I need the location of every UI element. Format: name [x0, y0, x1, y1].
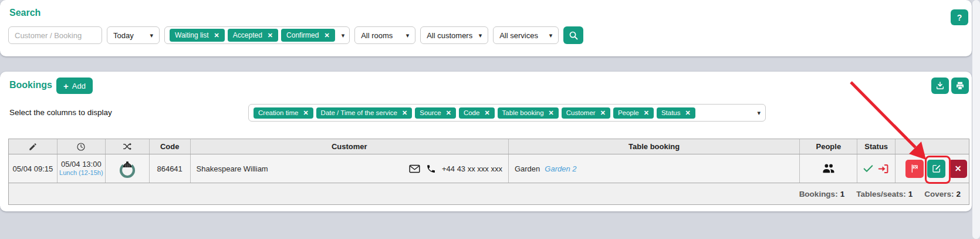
edit-icon — [932, 164, 941, 173]
search-button[interactable] — [563, 26, 583, 44]
edit-booking-button[interactable] — [927, 160, 945, 178]
header-service-time[interactable] — [58, 139, 106, 154]
header-source[interactable] — [106, 139, 150, 154]
download-button[interactable] — [931, 78, 949, 94]
bookings-table: Code Customer Table booking People Statu… — [8, 139, 969, 205]
people-icon — [822, 163, 835, 174]
cancel-booking-button[interactable]: ✕ — [949, 160, 967, 178]
status-filter-tagbox[interactable]: Waiting list ✕ Accepted ✕ Confirmed ✕ ▾ — [164, 26, 350, 44]
date-filter-dropdown[interactable]: Today ▾ — [107, 26, 160, 44]
no-show-button[interactable] — [905, 160, 924, 178]
search-title: Search — [9, 8, 40, 18]
close-icon: ✕ — [955, 164, 962, 173]
chevron-down-icon: ▾ — [406, 32, 410, 39]
question-mark-icon: ? — [957, 13, 962, 22]
table-name-link[interactable]: Garden 2 — [545, 164, 576, 173]
booking-row[interactable]: 05/04 09:15 05/04 13:00 Lunch (12-15h) 8… — [9, 154, 969, 183]
cell-actions: ✕ — [895, 154, 969, 183]
chevron-down-icon: ▾ — [479, 32, 482, 39]
customer-booking-search-input[interactable] — [8, 26, 102, 44]
pencil-icon — [28, 142, 38, 152]
column-tag-source[interactable]: Source ✕ — [415, 107, 456, 119]
customers-filter-dropdown[interactable]: All customers ▾ — [420, 26, 488, 44]
close-icon[interactable]: ✕ — [214, 32, 219, 39]
search-panel: Search Today ▾ Waiting list ✕ Accepted ✕… — [0, 0, 972, 56]
close-icon[interactable]: ✕ — [600, 109, 606, 117]
column-tag-date-time-service[interactable]: Date / Time of the service ✕ — [316, 107, 413, 119]
column-tag-customer[interactable]: Customer ✕ — [562, 107, 610, 119]
cell-table-booking: Garden Garden 2 — [509, 154, 800, 183]
column-tag-status[interactable]: Status ✕ — [657, 107, 695, 119]
header-table-booking[interactable]: Table booking — [509, 139, 800, 154]
header-code[interactable]: Code — [150, 139, 191, 154]
chevron-down-icon: ▾ — [150, 32, 153, 39]
customer-name[interactable]: Shakespeare William — [197, 164, 268, 173]
bookings-panel: Bookings + Add Select the columns to dis… — [0, 72, 972, 211]
checked-in-icon[interactable] — [878, 164, 889, 174]
add-button-label: Add — [72, 82, 86, 90]
rooms-filter-dropdown[interactable]: All rooms ▾ — [354, 26, 415, 44]
column-tag-people[interactable]: People ✕ — [613, 107, 654, 119]
chevron-down-icon[interactable]: ▾ — [342, 32, 345, 39]
printer-icon — [955, 81, 965, 90]
cell-status — [857, 154, 895, 183]
columns-hint-label: Select the columns to display — [9, 108, 112, 117]
download-icon — [935, 81, 945, 90]
cell-code: 864641 — [150, 154, 191, 183]
table-totals-row: Bookings: 1 Tables/seats: 1 Covers: 2 — [9, 183, 969, 204]
table-header-row: Code Customer Table booking People Statu… — [9, 139, 969, 154]
customers-filter-value: All customers — [427, 31, 472, 40]
cell-service-time: 05/04 13:00 Lunch (12-15h) — [58, 154, 106, 183]
column-tag-code[interactable]: Code ✕ — [459, 107, 495, 119]
header-creation-time[interactable] — [9, 139, 58, 154]
booking-source-logo-icon — [119, 159, 136, 179]
customer-phone: +44 43 xx xxx xxx — [442, 164, 502, 173]
covers-total: Covers: 2 — [924, 190, 961, 198]
rooms-filter-value: All rooms — [361, 31, 393, 40]
close-icon[interactable]: ✕ — [685, 109, 691, 117]
cell-source — [106, 154, 150, 183]
services-filter-dropdown[interactable]: All services ▾ — [493, 26, 559, 44]
status-tag-confirmed[interactable]: Confirmed ✕ — [281, 29, 335, 42]
chevron-down-icon[interactable]: ▾ — [757, 110, 761, 116]
search-icon — [569, 31, 579, 41]
phone-icon[interactable] — [426, 164, 436, 174]
close-icon[interactable]: ✕ — [484, 109, 489, 117]
email-icon[interactable] — [409, 164, 420, 173]
add-booking-button[interactable]: + Add — [56, 78, 93, 94]
column-tag-creation-time[interactable]: Creation time ✕ — [254, 107, 313, 119]
cell-people — [800, 154, 857, 183]
service-name-link[interactable]: Lunch (12-15h) — [59, 169, 103, 177]
confirmed-check-icon — [863, 164, 873, 173]
header-customer[interactable]: Customer — [191, 139, 509, 154]
shuffle-icon — [122, 142, 132, 152]
columns-tagbox[interactable]: Creation time ✕ Date / Time of the servi… — [248, 104, 766, 122]
print-button[interactable] — [951, 78, 969, 94]
close-icon[interactable]: ✕ — [303, 109, 308, 117]
bookings-title: Bookings — [9, 80, 52, 90]
cell-creation-time: 05/04 09:15 — [9, 154, 58, 183]
scrollbar[interactable] — [972, 0, 980, 239]
column-tag-table-booking[interactable]: Table booking ✕ — [498, 107, 559, 119]
chevron-down-icon: ▾ — [549, 32, 553, 39]
room-name: Garden — [515, 164, 540, 173]
close-icon[interactable]: ✕ — [446, 109, 451, 117]
date-filter-value: Today — [113, 31, 134, 40]
status-tag-accepted[interactable]: Accepted ✕ — [228, 29, 278, 42]
tables-seats-total: Tables/seats: 1 — [856, 190, 913, 198]
status-tag-waiting-list[interactable]: Waiting list ✕ — [170, 29, 225, 42]
header-status[interactable]: Status — [857, 139, 895, 154]
help-button[interactable]: ? — [951, 9, 968, 25]
cell-customer: Shakespeare William +44 43 xx xxx xxx — [191, 154, 509, 183]
close-icon[interactable]: ✕ — [324, 32, 329, 39]
bookings-total: Bookings: 1 — [799, 190, 845, 198]
services-filter-value: All services — [499, 31, 538, 40]
close-icon[interactable]: ✕ — [644, 109, 649, 117]
close-icon[interactable]: ✕ — [549, 109, 554, 117]
search-filters-row: Today ▾ Waiting list ✕ Accepted ✕ Confir… — [8, 26, 583, 44]
close-icon[interactable]: ✕ — [268, 32, 273, 39]
plus-icon: + — [63, 81, 69, 91]
close-icon[interactable]: ✕ — [402, 109, 407, 117]
header-actions — [895, 139, 969, 154]
header-people[interactable]: People — [800, 139, 857, 154]
